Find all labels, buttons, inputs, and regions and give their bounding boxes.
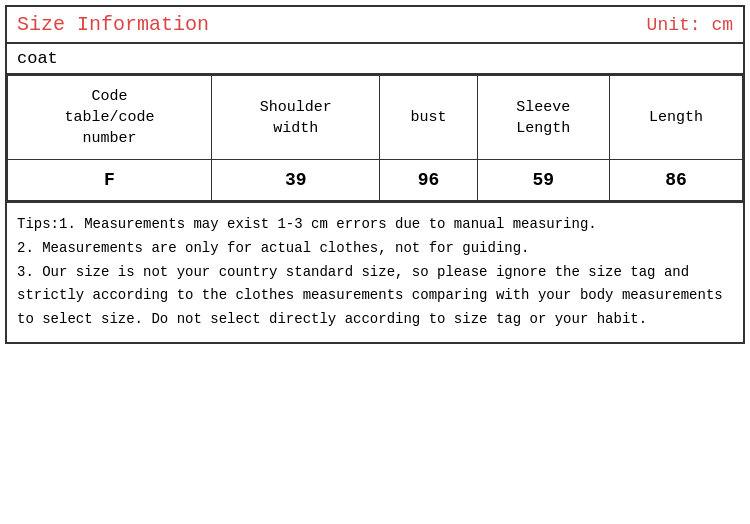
col-header-code: Codetable/codenumber bbox=[8, 76, 212, 160]
col-header-sleeve: SleeveLength bbox=[477, 76, 610, 160]
col-header-shoulder: Shoulderwidth bbox=[212, 76, 380, 160]
category-label: coat bbox=[17, 49, 58, 68]
cell-shoulder-width: 39 bbox=[212, 160, 380, 201]
table-header-row: Codetable/codenumber Shoulderwidth bust … bbox=[8, 76, 743, 160]
category-row: coat bbox=[7, 44, 743, 75]
tips-line2: 2. Measurements are only for actual clot… bbox=[17, 237, 733, 261]
unit-label: Unit: cm bbox=[647, 15, 733, 35]
tips-line1: Tips:1. Measurements may exist 1-3 cm er… bbox=[17, 213, 733, 237]
cell-length: 86 bbox=[610, 160, 743, 201]
table-row: F 39 96 59 86 bbox=[8, 160, 743, 201]
tips-line3: 3. Our size is not your country standard… bbox=[17, 261, 733, 332]
size-table-wrapper: Codetable/codenumber Shoulderwidth bust … bbox=[7, 75, 743, 203]
cell-sleeve-length: 59 bbox=[477, 160, 610, 201]
main-title: Size Information bbox=[17, 13, 209, 36]
col-header-length: Length bbox=[610, 76, 743, 160]
tips-section: Tips:1. Measurements may exist 1-3 cm er… bbox=[7, 203, 743, 342]
cell-code: F bbox=[8, 160, 212, 201]
size-information-card: Size Information Unit: cm coat Codetable… bbox=[5, 5, 745, 344]
size-table: Codetable/codenumber Shoulderwidth bust … bbox=[7, 75, 743, 201]
header-row: Size Information Unit: cm bbox=[7, 7, 743, 44]
cell-bust: 96 bbox=[380, 160, 477, 201]
col-header-bust: bust bbox=[380, 76, 477, 160]
